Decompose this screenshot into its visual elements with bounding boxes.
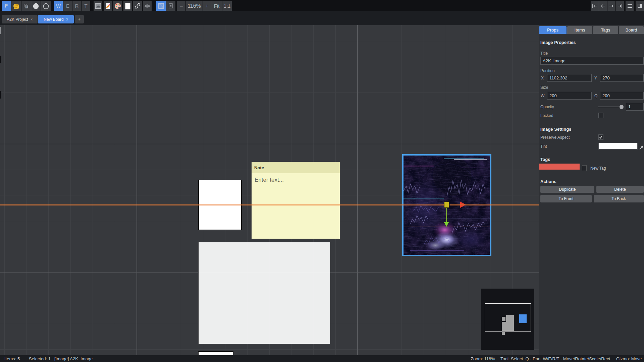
svg-text:2: 2 xyxy=(26,5,28,8)
